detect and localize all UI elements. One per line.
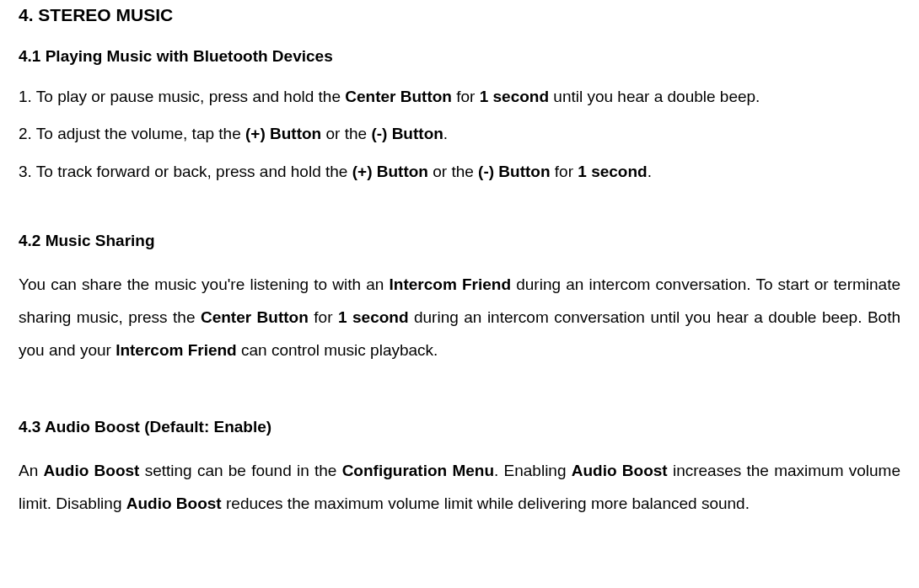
- bold-text: 1 second: [480, 88, 549, 105]
- text: 3. To track forward or back, press and h…: [19, 163, 352, 180]
- section-title: 4. STEREO MUSIC: [19, 5, 900, 25]
- text: An: [19, 462, 44, 479]
- text: You can share the music you're listening…: [19, 275, 390, 293]
- text: 1. To play or pause music, press and hol…: [19, 88, 345, 105]
- text: 2. To adjust the volume, tap the: [19, 125, 245, 142]
- step-1: 1. To play or pause music, press and hol…: [19, 84, 900, 110]
- step-2: 2. To adjust the volume, tap the (+) But…: [19, 121, 900, 147]
- bold-text: Intercom Friend: [116, 341, 237, 359]
- bold-text: Center Button: [345, 88, 452, 105]
- subheading-4-2: 4.2 Music Sharing: [19, 232, 900, 250]
- spacer: [19, 196, 900, 232]
- paragraph-4-2: You can share the music you're listening…: [19, 269, 900, 367]
- bold-text: (+) Button: [352, 163, 428, 180]
- text: . Enabling: [494, 462, 572, 479]
- bold-text: (-) Button: [478, 163, 550, 180]
- bold-text: Audio Boost: [44, 462, 140, 479]
- text: can control music playback.: [237, 341, 438, 359]
- bold-text: Configuration Menu: [342, 462, 494, 479]
- text: for: [309, 308, 338, 326]
- text: for: [551, 163, 578, 180]
- text: .: [648, 163, 652, 180]
- text: for: [452, 88, 480, 105]
- bold-text: 1 second: [338, 308, 409, 326]
- bold-text: Center Button: [201, 308, 309, 326]
- text: or the: [321, 125, 371, 142]
- bold-text: Intercom Friend: [390, 275, 511, 293]
- spacer: [19, 382, 900, 418]
- bold-text: (-) Button: [371, 125, 443, 142]
- document-page: 4. STEREO MUSIC 4.1 Playing Music with B…: [0, 5, 919, 561]
- paragraph-4-3: An Audio Boost setting can be found in t…: [19, 455, 900, 521]
- bold-text: 1 second: [578, 163, 647, 180]
- text: or the: [428, 163, 478, 180]
- bold-text: Audio Boost: [126, 494, 222, 512]
- bold-text: Audio Boost: [572, 462, 668, 479]
- text: setting can be found in the: [139, 462, 341, 479]
- subheading-4-1: 4.1 Playing Music with Bluetooth Devices: [19, 47, 900, 66]
- bold-text: (+) Button: [245, 125, 321, 142]
- text: .: [443, 125, 448, 142]
- text: until you hear a double beep.: [549, 88, 760, 105]
- step-3: 3. To track forward or back, press and h…: [19, 159, 900, 184]
- text: reduces the maximum volume limit while d…: [222, 494, 750, 512]
- subheading-4-3: 4.3 Audio Boost (Default: Enable): [19, 418, 900, 436]
